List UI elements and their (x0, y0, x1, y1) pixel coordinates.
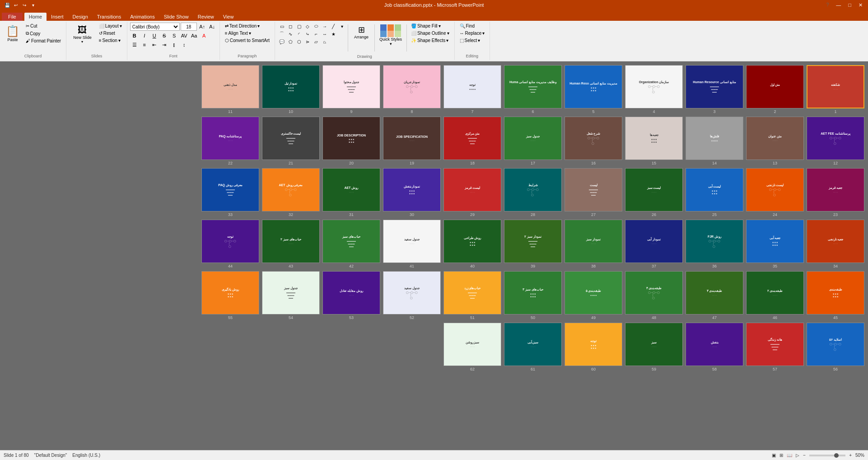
slide-thumb[interactable]: معرفی روش PAQ▬▬▬▬▬▬▬▬▬33 (201, 168, 259, 217)
shape-fill-btn[interactable]: 🪣 Shape Fill ▾ (409, 23, 451, 29)
tab-view[interactable]: View (219, 13, 238, 21)
slide-thumb[interactable]: حباب‌های سبز ۲· · · ·43 (262, 220, 320, 268)
bullets-btn[interactable]: ☰ (130, 41, 139, 49)
slide-thumb[interactable]: جدول سفید· · · ·41 (383, 220, 441, 268)
tab-slideshow[interactable]: Slide Show (159, 13, 193, 21)
find-btn[interactable]: 🔍 Find (457, 23, 487, 29)
slide-thumb[interactable]: روش FJR◯─◯─◯ │ ◯36 (686, 220, 743, 268)
hexagon-shape[interactable]: ⬡ (295, 38, 303, 45)
slide-thumb[interactable]: جدول سبز· · · ·17 (504, 117, 562, 165)
maximize-btn[interactable]: □ (846, 2, 853, 8)
chevron-shape[interactable]: ⋗ (303, 38, 312, 45)
increase-font-btn[interactable]: A↑ (198, 23, 207, 31)
cols-btn[interactable]: ⫿ (170, 41, 179, 49)
slide-thumb[interactable]: لیست نارنجی◯─◯─◯ │ ◯24 (746, 168, 804, 217)
slide-thumb[interactable]: وظایف مدیریت منابع انسانی Huma▬▬▬▬▬▬▬▬▬6 (504, 65, 562, 114)
freeform-shape[interactable]: ∿ (286, 30, 294, 38)
slide-thumb[interactable]: جعبه قرمز· · · ·23 (807, 168, 864, 217)
slide-thumb[interactable]: JOB DESCRIPTION■ ■ ■■ ■ ■20 (322, 117, 380, 165)
quick-styles-button[interactable]: Quick Styles ▾ (377, 23, 405, 48)
strikethrough-btn[interactable]: S (160, 32, 169, 40)
layout-dropdown[interactable]: ▾ (120, 23, 122, 28)
elbow-shape[interactable]: ⌐ (312, 30, 320, 38)
slide-thumb[interactable]: روش مقابله تعادل· · · ·53 (322, 271, 380, 320)
dbl-arrow[interactable]: ↔ (321, 30, 329, 38)
slide-thumb[interactable]: شرایط◯─◯─◯ │ ◯28 (504, 168, 562, 217)
align-text-btn[interactable]: ≡ Align Text ▾ (223, 30, 272, 37)
tab-home[interactable]: Home (24, 13, 47, 21)
slide-thumb[interactable]: معرفی روش AET◯─◯─◯ │ ◯32 (262, 168, 320, 217)
shape-effects-btn[interactable]: ✨ Shape Effects ▾ (409, 37, 451, 44)
slide-thumb[interactable]: سازمان Organization◯─◯─◯ │ ◯4 (625, 65, 683, 114)
replace-btn[interactable]: ↔ Replace ▾ (457, 30, 487, 37)
tab-file[interactable]: File (2, 13, 23, 21)
change-case-btn[interactable]: Aa (190, 32, 199, 40)
cut-button[interactable]: ✂ Cut (23, 23, 63, 29)
view-normal-btn[interactable]: ▣ (772, 453, 776, 458)
italic-btn[interactable]: I (140, 32, 149, 40)
shadow-btn[interactable]: S (170, 32, 179, 40)
increase-indent-btn[interactable]: ⇥ (160, 41, 169, 49)
section-dropdown[interactable]: ▾ (118, 38, 121, 43)
slide-thumb[interactable]: توجه■ ■ ■■ ■ ■60 (565, 323, 622, 371)
section-button[interactable]: ≡ Section ▾ (97, 37, 124, 44)
select-btn[interactable]: ⬚ Select ▾ (457, 37, 487, 44)
minimize-btn[interactable]: — (834, 2, 843, 8)
slide-thumb[interactable]: متن مرکزی▬▬▬▬▬▬▬▬▬18 (443, 117, 501, 165)
parallelogram[interactable]: ▱ (312, 38, 320, 45)
slide-panel[interactable]: شکفته· · · ·1متن اول· · · ·2منابع انسانی… (0, 61, 868, 450)
slide-thumb[interactable]: جدول سبز▬▬▬▬▬▬▬▬▬54 (262, 271, 320, 320)
line-shape[interactable]: ╱ (329, 23, 337, 30)
slide-thumb[interactable]: مدیریت منابع انسانی Human Reso■ ■ ■■ ■ ■… (565, 65, 622, 114)
underline-btn[interactable]: U (150, 32, 159, 40)
slide-thumb[interactable]: سبز‌ـآبی· · · ·61 (504, 323, 562, 371)
rect-shape[interactable]: ▭ (278, 23, 286, 30)
star-shape[interactable]: ★ (329, 30, 337, 38)
zoom-in-btn[interactable]: + (849, 453, 852, 458)
slide-thumb[interactable]: جعبه آبی■ ■ ■■ ■ ■35 (746, 220, 804, 268)
curve-shape[interactable]: ⌒ (278, 30, 286, 38)
new-slide-button[interactable]: 🖼 New Slide ▾ (69, 23, 96, 46)
slide-thumb[interactable]: فلش‌ها●●●●●14 (686, 117, 743, 165)
slide-thumb[interactable]: جدول محتوا▬▬▬▬▬▬▬▬▬9 (322, 65, 380, 114)
slide-thumb[interactable]: سبز· · · ·59 (625, 323, 683, 371)
slide-thumb[interactable]: نمودار آبی· · · ·37 (625, 220, 683, 268)
slide-thumb[interactable]: اسلاید ۵۶◯─◯─◯ │ ◯56 (807, 323, 864, 371)
tab-transitions[interactable]: Transitions (93, 13, 126, 21)
slide-thumb[interactable]: لیست▬▬▬▬▬▬▬▬▬27 (565, 168, 622, 217)
diamond-shape[interactable]: ◇ (303, 23, 312, 30)
paste-button[interactable]: 📋 Paste (3, 23, 23, 44)
tab-animations[interactable]: Animations (126, 13, 159, 21)
slide-thumb[interactable]: طبقه‌بندی■ ■ ■■ ■ ■45 (807, 271, 864, 320)
rect2-shape[interactable]: ◻ (286, 23, 294, 30)
bold-btn[interactable]: B (130, 32, 139, 40)
slide-thumb[interactable]: توجه◯─◯─◯ │ ◯44 (201, 220, 259, 268)
slide-thumb[interactable]: نمودار تیل■ ■ ■■ ■ ■10 (262, 65, 320, 114)
qa-dropdown[interactable]: ▾ (29, 1, 37, 9)
slide-thumb[interactable]: طبقه‌بندی ۲· · · ·46 (746, 271, 804, 320)
tab-review[interactable]: Review (193, 13, 219, 21)
arrange-button[interactable]: ⊞ Arrange (350, 23, 373, 42)
rounded-rect[interactable]: ▢ (295, 23, 303, 30)
slide-thumb[interactable]: سبز روشن· · · ·62 (443, 323, 501, 371)
zoom-out-btn[interactable]: − (803, 453, 806, 458)
tab-design[interactable]: Design (68, 13, 93, 21)
slide-thumb[interactable]: نمودار جریان◯─◯─◯ │ ◯8 (383, 65, 441, 114)
arc-shape[interactable]: ◜ (295, 30, 303, 38)
convert-smartart-btn[interactable]: ⬡ Convert to SmartArt (223, 37, 272, 44)
copy-button[interactable]: ⧉ Copy (23, 30, 63, 37)
zoom-slider[interactable] (809, 455, 845, 456)
slide-thumb[interactable]: طبقه‌بندی ۵●●●●●49 (565, 271, 622, 320)
view-slideshow-btn[interactable]: ▷ (796, 453, 799, 458)
save-btn[interactable]: 💾 (4, 1, 11, 9)
slide-thumb[interactable]: لیست آبی■ ■ ■■ ■ ■25 (686, 168, 743, 217)
view-slide-sorter-btn[interactable]: ⊞ (779, 453, 783, 458)
slide-thumb[interactable]: نمودار سبز ۲▬▬▬▬▬▬▬▬▬39 (504, 220, 562, 268)
help-icon[interactable]: ? (825, 2, 831, 8)
slide-thumb[interactable]: منابع انسانی Human Resource▬▬▬▬▬▬▬▬▬3 (686, 65, 743, 114)
slide-thumb[interactable]: متن عنوان· · · ·13 (746, 117, 804, 165)
slide-thumb[interactable]: مدل ذهنی· · · ·11 (201, 65, 259, 114)
tab-insert[interactable]: Insert (47, 13, 68, 21)
slide-thumb[interactable]: طبقه‌بندی ۴◯─◯─◯ │ ◯48 (625, 271, 683, 320)
slide-thumb[interactable]: طبقه‌بندی ۳· · · ·47 (686, 271, 743, 320)
